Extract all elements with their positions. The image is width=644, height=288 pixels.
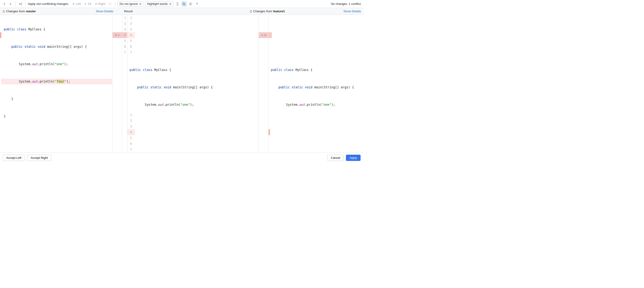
line-number: 1 [127, 15, 135, 21]
conflict-status: No changes. 1 conflict. [331, 2, 362, 5]
line-number: 5 [122, 38, 127, 44]
prev-diff-icon [2, 1, 7, 6]
left-header-prefix: Changes from [6, 9, 25, 13]
line-number: 2 [122, 21, 127, 26]
line-number: 1 [122, 15, 127, 21]
left-pane-header: Changes from master Show Details [0, 9, 116, 13]
line-number: 7 [127, 147, 135, 152]
apply-button[interactable]: Apply [346, 155, 360, 161]
settings-icon[interactable] [188, 1, 193, 6]
lock-icon [250, 10, 252, 13]
next-diff-icon [8, 1, 13, 6]
reject-right-icon[interactable] [264, 34, 266, 36]
line-number: 6 [127, 44, 135, 50]
diff-area: public class MyClass { public static voi… [0, 15, 363, 152]
merge-footer: Accept Left Accept Right Cancel Apply [0, 152, 363, 163]
line-number: 7 [127, 50, 135, 55]
compare-icon[interactable] [18, 1, 23, 6]
apply-label: Apply non-conflicting changes: [28, 2, 69, 5]
line-number: 4 [127, 32, 135, 38]
right-action-gutter [259, 15, 268, 152]
ignore-select[interactable]: Do not ignore [118, 1, 144, 6]
apply-left-link[interactable]: Left [71, 2, 82, 6]
ignore-select-label: Do not ignore [120, 2, 138, 5]
svg-rect-2 [250, 11, 252, 12]
right-edge-markers [268, 112, 270, 152]
highlight-select-label: Highlight words [147, 2, 168, 5]
right-branch-name: feature1 [273, 9, 285, 13]
line-number: 3 [127, 124, 135, 129]
right-pane-header: Changes from feature1 Show Details [247, 9, 363, 13]
line-number: 2 [127, 21, 135, 26]
show-details-left[interactable]: Show Details [96, 9, 113, 13]
svg-rect-1 [3, 11, 5, 12]
line-number: 6 [127, 141, 135, 147]
right-header-prefix: Changes from [253, 9, 272, 13]
reject-left-icon[interactable] [114, 34, 117, 36]
result-label: Result [124, 9, 133, 13]
magic-resolve-icon [108, 1, 113, 6]
result-code-pane[interactable]: 1 2 3 4 5 6 7 public class MyClass { pub… [127, 15, 259, 152]
apply-right-link[interactable]: Right [94, 2, 106, 6]
apply-all-link[interactable]: All [83, 2, 92, 6]
show-details-right[interactable]: Show Details [343, 9, 361, 13]
line-number: 7 [122, 50, 127, 55]
line-number: 3 [127, 26, 135, 32]
left-code-pane[interactable]: public class MyClass { public static voi… [2, 15, 112, 152]
line-number: 4 [122, 32, 127, 38]
accept-right-icon[interactable] [261, 34, 264, 36]
line-number: 5 [127, 135, 135, 141]
left-line-gutter: 1 2 3 4 5 6 7 [122, 15, 127, 152]
line-number: 2 [127, 118, 135, 124]
line-number: 1 [127, 112, 135, 118]
line-number: 3 [122, 26, 127, 32]
collapse-icon[interactable] [175, 1, 180, 6]
line-number: 4 [127, 129, 135, 135]
merge-toolbar: Apply non-conflicting changes: Left All … [0, 0, 363, 8]
sync-scroll-icon[interactable] [182, 1, 186, 6]
left-branch-name: master [26, 9, 36, 13]
left-action-gutter [112, 15, 122, 152]
cancel-button[interactable]: Cancel [327, 155, 344, 161]
pane-headers: Changes from master Show Details Result … [0, 8, 363, 15]
apply-left-label: Left [76, 2, 81, 5]
right-code-pane[interactable]: public class MyClass { public static voi… [268, 15, 363, 152]
accept-left-icon[interactable] [118, 34, 120, 36]
result-pane-header: Result [116, 9, 247, 13]
accept-right-button[interactable]: Accept Right [27, 155, 51, 161]
line-number: 6 [122, 44, 127, 50]
chevron-down-icon [139, 3, 142, 5]
lock-icon [2, 10, 5, 13]
apply-right-label: Right [98, 2, 105, 5]
help-icon[interactable] [194, 1, 200, 6]
apply-all-label: All [88, 2, 91, 5]
chevron-down-icon [169, 3, 172, 5]
line-number: 5 [127, 38, 135, 44]
highlight-select[interactable]: Highlight words [145, 1, 174, 6]
svg-point-0 [190, 3, 191, 4]
accept-left-button[interactable]: Accept Left [3, 155, 25, 161]
